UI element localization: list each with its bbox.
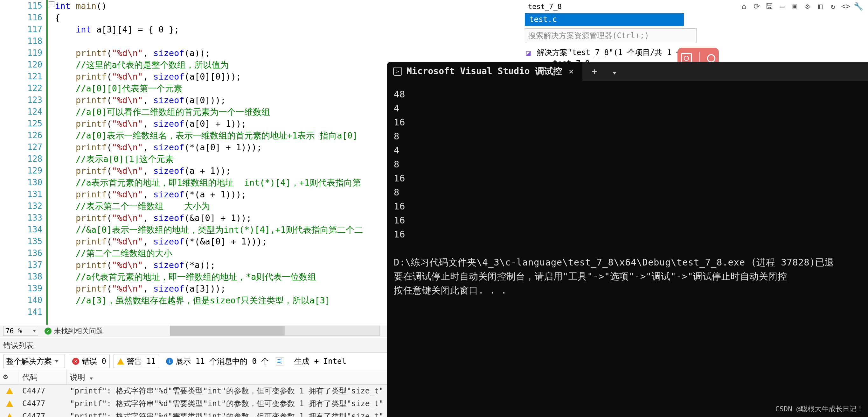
line-number: 132	[0, 200, 42, 212]
error-icon: ✕	[72, 358, 79, 365]
line-number: 138	[0, 271, 42, 283]
col-icon-header[interactable]: ⚙	[0, 370, 19, 384]
line-number-gutter: 1151161171181191201211221231241251261271…	[0, 0, 46, 325]
active-file-name: test.c	[529, 15, 557, 24]
code-line[interactable]: int main()	[55, 0, 522, 12]
terminal-titlebar[interactable]: ≥ Microsoft Visual Studio 调试控 ✕ ＋	[387, 62, 868, 81]
sync-icon[interactable]: ⟳	[752, 2, 761, 11]
chevron-down-icon	[33, 330, 36, 332]
warnings-count: 警告 11	[127, 356, 156, 366]
info-chip[interactable]: i 展示 11 个消息中的 0 个	[163, 355, 272, 368]
build-label: 生成 + Intel	[294, 357, 346, 366]
line-number: 131	[0, 188, 42, 200]
code-icon[interactable]: <>	[841, 2, 850, 11]
tab-dropdown-button[interactable]	[607, 66, 622, 77]
issues-status-text: 未找到相关问题	[54, 326, 103, 336]
info-count: 展示 11 个消息中的 0 个	[176, 356, 269, 366]
active-file-tab[interactable]: test.c	[525, 13, 684, 26]
code-line[interactable]: printf("%d\n", sizeof(a));	[55, 47, 522, 59]
show-all-icon[interactable]: ◧	[816, 2, 825, 11]
warnings-chip[interactable]: 警告 11	[114, 355, 159, 368]
chevron-down-icon	[613, 72, 616, 75]
solution-search-placeholder: 搜索解决方案资源管理器(Ctrl+;)	[528, 31, 649, 40]
line-number: 120	[0, 59, 42, 71]
build-combo[interactable]: 生成 + Intel	[294, 356, 346, 366]
line-number: 135	[0, 236, 42, 247]
scrollbar-thumb[interactable]	[170, 326, 285, 335]
line-number: 119	[0, 47, 42, 59]
save-all-icon[interactable]: 🖫	[765, 2, 774, 11]
line-number: 134	[0, 224, 42, 236]
warning-icon	[117, 358, 124, 364]
line-number: 121	[0, 71, 42, 83]
line-number: 126	[0, 129, 42, 141]
zoom-combo[interactable]: 76 %	[3, 326, 38, 336]
line-number: 116	[0, 12, 42, 24]
col-code-header[interactable]: 代码	[19, 370, 67, 384]
collapse-icon[interactable]: ▭	[778, 2, 786, 11]
solution-tab[interactable]: test_7_8	[525, 1, 565, 12]
search-icon[interactable]	[707, 54, 715, 62]
check-icon: ✓	[44, 328, 52, 334]
line-number: 118	[0, 35, 42, 47]
solution-search-input[interactable]: 搜索解决方案资源管理器(Ctrl+;)	[525, 28, 696, 43]
line-number: 136	[0, 247, 42, 259]
code-line[interactable]: {	[55, 12, 522, 24]
line-number: 125	[0, 118, 42, 129]
terminal-tab[interactable]: ≥ Microsoft Visual Studio 调试控 ✕	[387, 62, 582, 81]
close-icon[interactable]: ✕	[566, 67, 576, 76]
code-line[interactable]	[55, 35, 522, 47]
home-icon[interactable]: ⌂	[740, 2, 748, 11]
warning-icon	[6, 413, 13, 417]
line-number: 137	[0, 259, 42, 271]
solution-icon: ◪	[526, 49, 534, 57]
expand-icon[interactable]: ▣	[790, 2, 799, 11]
line-number: 128	[0, 153, 42, 165]
line-number: 117	[0, 24, 42, 35]
terminal-tab-actions: ＋	[582, 62, 622, 81]
terminal-title: Microsoft Visual Studio 调试控	[406, 65, 562, 77]
line-number: 123	[0, 94, 42, 106]
info-icon: i	[166, 358, 173, 365]
scope-label: 整个解决方案	[6, 356, 52, 366]
line-number: 129	[0, 165, 42, 177]
errors-chip[interactable]: ✕ 错误 0	[69, 355, 110, 368]
line-number: 139	[0, 283, 42, 294]
line-number: 115	[0, 0, 42, 12]
solution-root-label: 解决方案"test_7_8"(1 个项目/共 1 个)	[537, 48, 688, 58]
warning-icon	[6, 388, 13, 394]
terminal-icon: ≥	[393, 67, 402, 76]
warning-icon	[6, 400, 13, 407]
properties-icon[interactable]: ⚙	[803, 2, 812, 11]
code-line[interactable]: int a[3][4] = { 0 };	[55, 24, 522, 35]
line-number: 124	[0, 106, 42, 118]
errors-count: 错误 0	[82, 356, 106, 366]
line-number: 133	[0, 212, 42, 224]
line-number: 127	[0, 141, 42, 153]
scope-combo[interactable]: 整个解决方案	[3, 355, 65, 368]
horizontal-scrollbar[interactable]	[170, 326, 380, 336]
issues-status[interactable]: ✓ 未找到相关问题	[44, 326, 103, 336]
wrench-icon[interactable]: 🔧	[854, 2, 863, 11]
chevron-down-icon	[55, 360, 58, 363]
new-tab-button[interactable]: ＋	[582, 65, 607, 77]
filter-button[interactable]: ⚟	[276, 357, 284, 365]
zoom-value: 76 %	[5, 327, 22, 335]
terminal-output[interactable]: 48 4 16 8 4 8 16 8 16 16 16 D:\练习代码文件夹\4…	[387, 81, 868, 304]
solution-toolbar: ⌂ ⟳ 🖫 ▭ ▣ ⚙ ◧ ↻ <> 🔧	[736, 1, 866, 12]
filter-icon: ⚟	[276, 357, 283, 366]
line-number: 122	[0, 83, 42, 94]
error-code: C4477	[19, 412, 67, 417]
refresh-icon[interactable]: ↻	[829, 2, 837, 11]
line-number: 130	[0, 177, 42, 188]
chevron-down-icon	[90, 378, 93, 380]
line-number: 140	[0, 294, 42, 306]
error-code: C4477	[19, 399, 67, 408]
error-code: C4477	[19, 386, 67, 395]
watermark: CSDN @聪根大牛成长日记！	[775, 404, 864, 414]
change-marker	[46, 0, 51, 325]
fold-toggle[interactable]: −	[49, 1, 54, 7]
line-number: 141	[0, 306, 42, 318]
debug-console-window: ≥ Microsoft Visual Studio 调试控 ✕ ＋ 48 4 1…	[387, 62, 868, 417]
